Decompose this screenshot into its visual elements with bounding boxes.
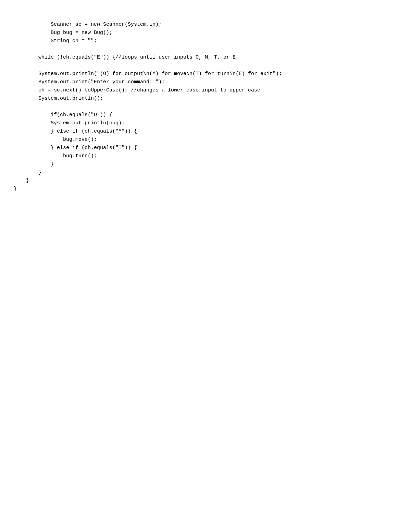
- code-display: Scanner sc = new Scanner(System.in); Bug…: [14, 21, 397, 193]
